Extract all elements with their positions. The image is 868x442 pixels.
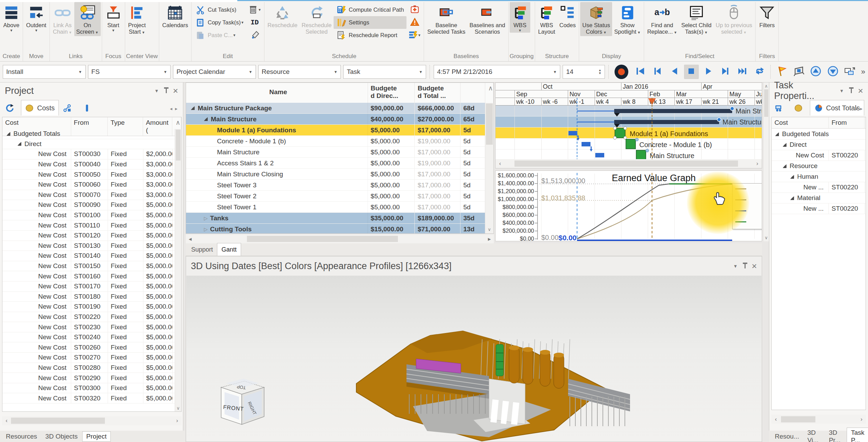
task-row[interactable]: Module 1 (a) Foundations$5,000.00$17,000… — [186, 125, 485, 136]
ribbon-button-health-check-icon[interactable] — [406, 3, 423, 16]
project-panel-tab-refresh-icon[interactable] — [1, 100, 21, 115]
cost-row[interactable]: New CostST00260Fixed$5,000.00 — [2, 342, 175, 353]
expanded-arrow-icon[interactable] — [783, 164, 786, 168]
cost-row[interactable]: New CostST00110Fixed$5,000.00 — [2, 220, 175, 231]
tab-nav-arrows[interactable]: ◂▸ — [170, 106, 180, 111]
cost-row[interactable]: New CostST00220Fixed$5,000.00 — [2, 312, 175, 322]
task-row[interactable]: Steel Tower 2$5,000.00$17,000.005d — [186, 191, 485, 202]
dropdown-task[interactable]: Task▼ — [343, 65, 426, 79]
ribbon-button-wbs[interactable]: WBS▼ — [510, 2, 530, 33]
playback-loop-button[interactable] — [752, 65, 767, 79]
ribbon-button-select-child-task-s[interactable]: Select ChildTask(s) ▼ — [679, 2, 714, 36]
view-cube[interactable]: TOPFRONTRIGHT — [211, 374, 273, 429]
workspace-button[interactable] — [843, 65, 857, 79]
view-up-button[interactable] — [809, 65, 823, 79]
column-header-budgete-d-direc[interactable]: Budgete d Direc... — [368, 83, 415, 103]
interval-stepper[interactable]: 14▲▼ — [563, 65, 605, 79]
ribbon-button-baseline-selected-tasks[interactable]: BaselineSelected Tasks — [425, 2, 467, 35]
task-row[interactable]: Access Stairs 1 & 2$5,000.00$19,000.005d — [186, 158, 485, 169]
task-row[interactable]: Steel Tower 1$5,000.00$17,000.005d — [186, 202, 485, 213]
cost-row[interactable]: New CostST00120Fixed$5,000.00 — [2, 231, 175, 241]
collapsed-arrow-icon[interactable]: ▷ — [204, 226, 208, 232]
playback-play-button[interactable] — [701, 65, 716, 79]
column-header-budgete-d-total[interactable]: Budgete d Total ... — [415, 83, 460, 103]
cost-total-row[interactable]: New ...ST00220 — [772, 203, 866, 214]
playback-stop-button[interactable] — [684, 65, 699, 79]
task-row[interactable]: Main Structure Package$90,000.00$666,000… — [186, 103, 485, 114]
close-icon[interactable]: × — [858, 87, 863, 94]
ribbon-button-project-start[interactable]: ProjectStart ▼ — [126, 2, 148, 36]
task-row[interactable]: Concrete - Module 1 (b)$5,000.00$19,000.… — [186, 136, 485, 147]
ribbon-button-on-screen[interactable]: OnScreen ▼ — [74, 2, 101, 36]
project-panel-tab-usage-icon[interactable] — [78, 100, 98, 115]
tree-group-row[interactable]: Direct — [2, 139, 175, 150]
panel-menu-icon[interactable]: ▼ — [154, 88, 159, 93]
cost-row[interactable]: New CostST00090Fixed$5,000.00 — [2, 200, 175, 210]
cost-row[interactable]: New CostST00240Fixed$5,000.00 — [2, 332, 175, 343]
dropdown-resource[interactable]: Resource▼ — [258, 65, 341, 79]
task-properties-tab-coin-icon[interactable] — [790, 100, 810, 115]
gantt-vscrollbar[interactable]: ∧∨ — [763, 82, 769, 241]
ribbon-button-wbs-layout[interactable]: WBSLayout — [536, 2, 557, 35]
view-tab-support[interactable]: Support — [187, 243, 217, 256]
ribbon-button-filters[interactable]: Filters — [757, 2, 777, 29]
close-icon[interactable]: × — [752, 263, 757, 269]
ribbon-button-reschedule-report[interactable]: Reschedule Report — [334, 29, 406, 42]
cost-total-row[interactable]: New CostST00220 — [772, 150, 866, 161]
cost-total-group[interactable]: Budgeted Totals — [772, 129, 866, 140]
ribbon-button-settings[interactable]: Settings — [334, 16, 406, 29]
ribbon-button-find-and-replace[interactable]: abFind andReplace... ▼ — [645, 2, 679, 36]
task-row[interactable]: ▷Cutting Tools$15,000.00$71,000.0013d — [186, 224, 485, 233]
ribbon-button-delete-icon[interactable]: ▼ — [247, 3, 263, 16]
ribbon-button-id-icon[interactable]: ID — [247, 16, 263, 29]
panel-menu-icon[interactable]: ▼ — [733, 264, 738, 269]
gantt-bars[interactable]: Main Structure PaMain StructureModule 1 … — [496, 106, 762, 161]
playback-jump-start-button[interactable] — [633, 65, 648, 79]
cost-table-vscrollbar[interactable]: ∨ — [175, 129, 181, 411]
ribbon-button-show-spotlight[interactable]: ShowSpotlight ▼ — [612, 2, 643, 36]
cost-row[interactable]: New CostST00040Fixed$3,000.00 — [2, 159, 175, 170]
3d-model[interactable] — [186, 276, 762, 442]
cost-table-hscrollbar[interactable]: ‹› — [2, 416, 182, 425]
close-icon[interactable]: × — [173, 87, 178, 94]
toolbar-overflow-button[interactable]: » — [861, 67, 865, 76]
ribbon-button-codes[interactable]: Codes — [557, 2, 578, 29]
column-header-from[interactable]: From — [829, 117, 865, 128]
ribbon-button-warning-icon[interactable] — [406, 16, 423, 29]
record-button[interactable] — [615, 65, 629, 79]
cost-total-group[interactable]: Material — [772, 193, 866, 203]
task-table-hscrollbar[interactable]: ◂▸ — [186, 234, 494, 243]
cost-row[interactable]: New CostST00140Fixed$5,000.00 — [2, 251, 175, 261]
cost-total-group[interactable]: Resource — [772, 161, 866, 172]
task-row[interactable]: ▷Tanks$35,000.00$189,000.0035d — [186, 213, 485, 224]
ribbon-button-constraints-icon[interactable]: ▼ — [406, 29, 423, 42]
column-header-item[interactable] — [460, 83, 485, 103]
pin-icon[interactable] — [745, 264, 746, 268]
ribbon-button-reschedule-selected[interactable]: RescheduleSelected — [300, 2, 334, 35]
tree-group-row[interactable]: Budgeted Totals — [2, 129, 175, 139]
panel-menu-icon[interactable]: ▼ — [839, 88, 844, 93]
cost-row[interactable]: New CostST00060Fixed$3,000.00 — [2, 180, 175, 190]
cost-row[interactable]: New CostST00160Fixed$5,000.00 — [2, 271, 175, 281]
cost-row[interactable]: New CostST00050Fixed$3,000.00 — [2, 169, 175, 180]
playback-play-reverse-button[interactable] — [667, 65, 682, 79]
dropdown-project-calendar[interactable]: Project Calendar▼ — [173, 65, 256, 79]
task-row[interactable]: Main Structure$5,000.00$17,000.005d — [186, 147, 485, 158]
project-panel-tab-costs[interactable]: Costs — [21, 100, 59, 115]
pin-icon[interactable] — [166, 89, 167, 93]
cost-total-row[interactable]: New ...ST00220 — [772, 182, 866, 193]
ribbon-button-format-painter-icon[interactable] — [247, 29, 263, 42]
bottom-tab-project[interactable]: Project — [82, 431, 111, 442]
expanded-arrow-icon[interactable] — [775, 132, 779, 136]
cost-totals-hscrollbar[interactable]: ‹› — [771, 415, 866, 424]
ribbon-button-baselines-and-scenarios[interactable]: Baselines andScenarios — [467, 2, 507, 35]
cost-row[interactable]: New CostST00270Fixed$5,000.00 — [2, 353, 175, 363]
ribbon-button-outdent[interactable]: Outdent▼ — [24, 2, 48, 33]
cost-row[interactable]: New CostST00130Fixed$5,000.00 — [2, 241, 175, 251]
scroll-up-button[interactable]: ∧ — [763, 84, 769, 89]
ribbon-button-above[interactable]: Above▼ — [1, 2, 22, 33]
3d-viewport[interactable]: TOPFRONTRIGHT — [186, 276, 761, 441]
view-down-button[interactable] — [826, 65, 840, 79]
bottom-tab-3d-pr[interactable]: 3D Pr... — [825, 428, 846, 442]
bottom-tab-resou[interactable]: Resou... — [771, 432, 803, 441]
